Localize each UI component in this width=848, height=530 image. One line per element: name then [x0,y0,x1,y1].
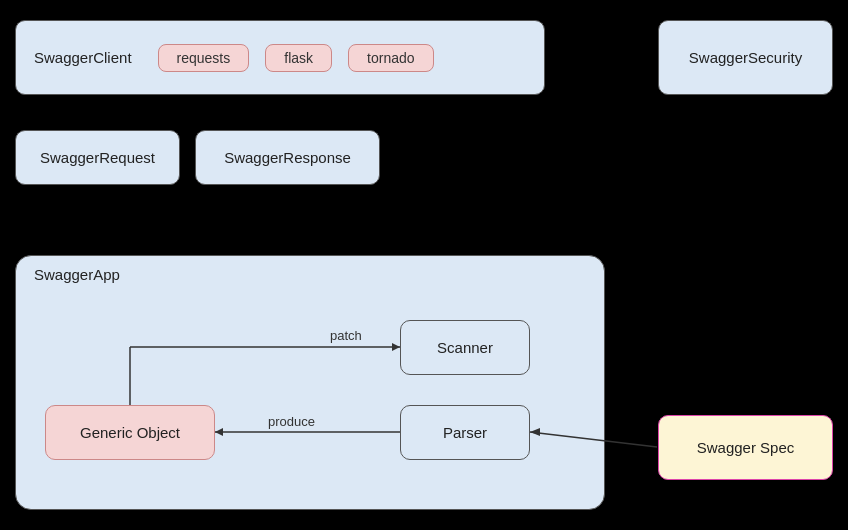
swagger-request-label: SwaggerRequest [40,149,155,166]
swagger-spec-box: Swagger Spec [658,415,833,480]
swagger-app-label: SwaggerApp [34,266,120,283]
swagger-security-label: SwaggerSecurity [689,49,802,66]
flask-pill: flask [265,44,332,72]
generic-object-label: Generic Object [80,424,180,441]
swagger-client-label: SwaggerClient [34,49,132,66]
generic-object-box: Generic Object [45,405,215,460]
parser-label: Parser [443,424,487,441]
swagger-security-box: SwaggerSecurity [658,20,833,95]
swagger-client-box: SwaggerClient requests flask tornado [15,20,545,95]
swagger-response-box: SwaggerResponse [195,130,380,185]
scanner-box: Scanner [400,320,530,375]
parser-box: Parser [400,405,530,460]
swagger-response-label: SwaggerResponse [224,149,351,166]
scanner-label: Scanner [437,339,493,356]
tornado-pill: tornado [348,44,433,72]
swagger-app-box: SwaggerApp [15,255,605,510]
swagger-spec-label: Swagger Spec [697,439,795,456]
requests-pill: requests [158,44,250,72]
swagger-request-box: SwaggerRequest [15,130,180,185]
diagram-area: SwaggerClient requests flask tornado Swa… [0,0,848,530]
